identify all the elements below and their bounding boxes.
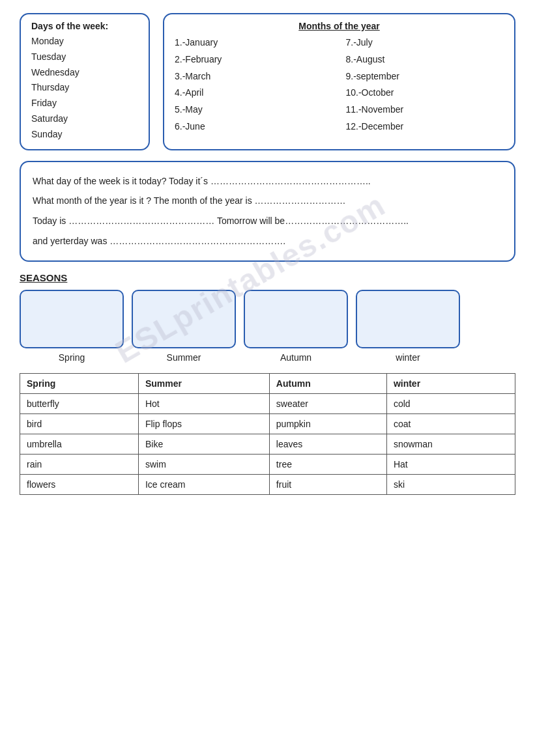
month-11: 11.-November xyxy=(346,102,504,118)
table-row: rainswimtreeHat xyxy=(20,454,515,474)
day-friday: Friday xyxy=(31,96,138,111)
day-sunday: Sunday xyxy=(31,127,138,143)
day-wednesday: Wednesday xyxy=(31,65,138,81)
cell-r3-c2: tree xyxy=(269,454,386,474)
season-label-autumn: Autumn xyxy=(244,352,348,363)
cell-r4-c1: Ice cream xyxy=(138,474,269,494)
day-tuesday: Tuesday xyxy=(31,49,138,65)
month-2: 2.-February xyxy=(175,52,333,68)
month-12: 12.-December xyxy=(346,119,504,135)
season-label-summer: Summer xyxy=(132,352,236,363)
day-thursday: Thursday xyxy=(31,80,138,96)
cell-r1-c2: pumpkin xyxy=(269,413,386,434)
header-winter: winter xyxy=(386,373,515,393)
cell-r3-c0: rain xyxy=(20,454,139,474)
cell-r2-c2: leaves xyxy=(269,434,386,454)
cell-r0-c3: cold xyxy=(386,393,515,413)
table-header-row: Spring Summer Autumn winter xyxy=(20,373,515,393)
questions-box: What day of the week is it today? Today … xyxy=(20,161,515,262)
months-of-year-box: Months of the year 1.-January 7.-July 2.… xyxy=(163,13,515,150)
question-1: What day of the week is it today? Today … xyxy=(33,171,502,191)
table-row: flowersIce creamfruitski xyxy=(20,474,515,494)
question-3: Today is ………………………………………… Tomorrow will … xyxy=(33,211,502,231)
header-autumn: Autumn xyxy=(269,373,386,393)
month-8: 8.-August xyxy=(346,52,504,68)
month-7: 7.-July xyxy=(346,35,504,51)
table-row: butterflyHotsweatercold xyxy=(20,393,515,413)
cell-r0-c2: sweater xyxy=(269,393,386,413)
month-10: 10.-October xyxy=(346,85,504,101)
cell-r3-c3: Hat xyxy=(386,454,515,474)
month-3: 3.-March xyxy=(175,69,333,85)
season-label-spring: Spring xyxy=(20,352,124,363)
months-title: Months of the year xyxy=(175,21,504,31)
cell-r4-c3: ski xyxy=(386,474,515,494)
seasons-table: Spring Summer Autumn winter butterflyHot… xyxy=(20,373,515,495)
seasons-labels: Spring Summer Autumn winter xyxy=(20,352,515,363)
table-row: birdFlip flopspumpkincoat xyxy=(20,413,515,434)
month-4: 4.-April xyxy=(175,85,333,101)
header-summer: Summer xyxy=(138,373,269,393)
top-section: Days of the week: Monday Tuesday Wednesd… xyxy=(20,13,515,150)
days-of-week-box: Days of the week: Monday Tuesday Wednesd… xyxy=(20,13,150,150)
cell-r1-c0: bird xyxy=(20,413,139,434)
day-saturday: Saturday xyxy=(31,111,138,127)
month-5: 5.-May xyxy=(175,102,333,118)
days-title: Days of the week: xyxy=(31,21,138,31)
cell-r2-c1: Bike xyxy=(138,434,269,454)
season-card-autumn xyxy=(244,290,348,348)
cell-r1-c1: Flip flops xyxy=(138,413,269,434)
question-4: and yerterday was …………………………………………………. xyxy=(33,231,502,251)
seasons-images xyxy=(20,290,515,348)
season-card-spring xyxy=(20,290,124,348)
day-monday: Monday xyxy=(31,34,138,49)
cell-r0-c1: Hot xyxy=(138,393,269,413)
season-card-winter xyxy=(356,290,460,348)
month-6: 6.-June xyxy=(175,119,333,135)
question-2: What month of the year is it ? The month… xyxy=(33,191,502,211)
table-row: umbrellaBikeleavessnowman xyxy=(20,434,515,454)
cell-r3-c1: swim xyxy=(138,454,269,474)
cell-r2-c0: umbrella xyxy=(20,434,139,454)
cell-r4-c2: fruit xyxy=(269,474,386,494)
month-9: 9.-september xyxy=(346,69,504,85)
season-card-summer xyxy=(132,290,236,348)
months-grid: 1.-January 7.-July 2.-February 8.-August… xyxy=(175,35,504,135)
cell-r2-c3: snowman xyxy=(386,434,515,454)
month-1: 1.-January xyxy=(175,35,333,51)
cell-r4-c0: flowers xyxy=(20,474,139,494)
seasons-title: SEASONS xyxy=(20,272,515,283)
season-label-winter: winter xyxy=(356,352,460,363)
cell-r1-c3: coat xyxy=(386,413,515,434)
cell-r0-c0: butterfly xyxy=(20,393,139,413)
header-spring: Spring xyxy=(20,373,139,393)
